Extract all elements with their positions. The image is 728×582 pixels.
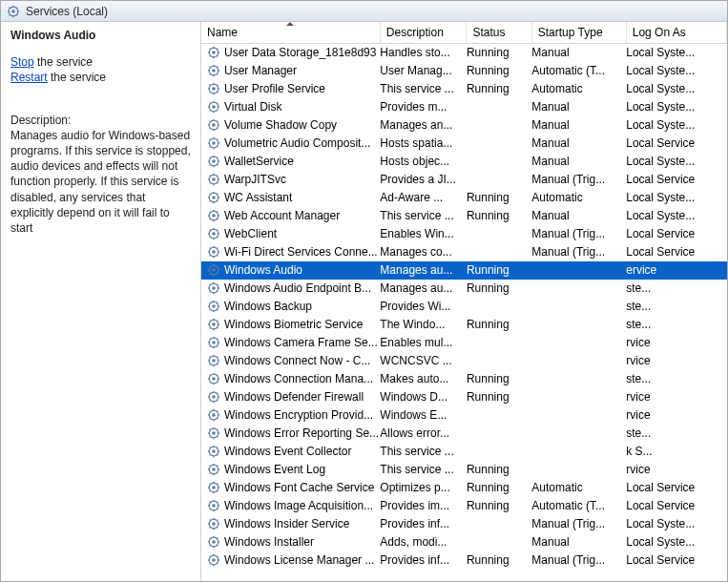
service-description: Handles sto... [380,44,467,62]
service-startup: Manual [531,44,626,62]
service-description: Manages au... [380,280,467,298]
service-row[interactable]: Windows Font Cache ServiceOptimizes p...… [201,479,727,497]
service-description: This service ... [380,80,467,98]
service-description: The Windo... [380,316,467,334]
service-name: WalletService [224,155,294,168]
gear-icon [207,136,220,150]
service-name: Windows Audio [224,263,302,277]
service-startup: Automatic (T... [531,62,626,80]
service-status: Running [467,388,531,406]
col-status[interactable]: Status [467,22,531,44]
service-logon: Local Service [626,551,726,570]
service-description: Hosts spatia... [380,135,467,153]
stop-service-link[interactable]: Stop [10,55,34,69]
service-name: WebClient [224,227,277,240]
service-row[interactable]: User Data Storage_181e8d93Handles sto...… [201,44,727,62]
service-logon: ste... [626,425,726,443]
service-row[interactable]: WarpJITSvcProvides a JI...Manual (Trig..… [201,171,727,189]
service-name: Web Account Manager [224,209,340,222]
service-startup [531,280,626,298]
gear-icon [207,390,220,404]
col-description[interactable]: Description [380,22,467,44]
service-row[interactable]: Windows Biometric ServiceThe Windo...Run… [201,316,727,334]
service-status: Running [467,461,531,479]
service-row[interactable]: Volume Shadow CopyManages an...ManualLoc… [201,116,727,135]
service-name: Volumetric Audio Composit... [224,136,370,150]
service-name: Windows Encryption Provid... [224,408,373,422]
gear-icon [207,517,220,530]
service-row[interactable]: Volumetric Audio Composit...Hosts spatia… [201,135,727,153]
service-status: Running [467,370,531,388]
service-row[interactable]: WalletServiceHosts objec...ManualLocal S… [201,153,727,171]
service-row[interactable]: User ManagerUser Manag...RunningAutomati… [201,62,727,80]
service-status: Running [467,280,531,298]
service-name: Wi-Fi Direct Services Conne... [224,245,378,259]
service-row[interactable]: Web Account ManagerThis service ...Runni… [201,207,727,225]
selected-service-name: Windows Audio [10,28,191,43]
gear-icon [207,281,220,295]
service-row[interactable]: Windows License Manager ...Provides inf.… [201,551,727,570]
service-logon: rvice [626,461,726,479]
service-name: WC Assistant [224,191,292,204]
service-logon: ste... [626,370,726,388]
service-startup: Automatic [531,189,626,207]
services-list[interactable]: Name Description Status Startup Type Log… [201,22,727,582]
col-name[interactable]: Name [201,22,380,44]
service-description: Makes auto... [380,370,467,388]
service-row[interactable]: Windows Connect Now - C...WCNCSVC ...rvi… [201,352,727,370]
service-startup: Automatic (T... [531,497,626,515]
service-status: Running [467,497,531,515]
sort-ascending-icon [286,22,294,26]
service-row[interactable]: Windows Event CollectorThis service ...k… [201,443,727,461]
service-logon: k S... [626,443,726,461]
restart-service-link[interactable]: Restart [10,71,48,84]
service-row[interactable]: Windows AudioManages au...Runningervice [201,261,727,280]
service-row[interactable]: Windows Encryption Provid...Windows E...… [201,406,727,425]
service-row[interactable]: Windows Camera Frame Se...Enables mul...… [201,334,727,352]
gear-icon [207,318,220,331]
service-row[interactable]: Windows Defender FirewallWindows D...Run… [201,388,727,406]
service-row[interactable]: WC AssistantAd-Aware ...RunningAutomatic… [201,189,727,207]
service-startup [531,406,626,425]
service-startup [531,370,626,388]
service-status: Running [467,551,531,570]
service-row[interactable]: Windows BackupProvides Wi...ste... [201,298,727,316]
service-row[interactable]: Windows InstallerAdds, modi...ManualLoca… [201,533,727,551]
service-logon: Local Service [626,479,726,497]
service-logon: rvice [626,334,726,352]
column-headers[interactable]: Name Description Status Startup Type Log… [201,22,727,44]
col-startup-type[interactable]: Startup Type [531,22,626,44]
service-name: Virtual Disk [224,100,281,114]
service-row[interactable]: User Profile ServiceThis service ...Runn… [201,80,727,98]
service-startup: Manual (Trig... [531,515,626,533]
gear-icon [207,481,220,494]
service-row[interactable]: Windows Error Reporting Se...Allows erro… [201,425,727,443]
service-startup [531,261,626,280]
service-description: Optimizes p... [380,479,467,497]
service-row[interactable]: Windows Event LogThis service ...Running… [201,461,727,479]
service-row[interactable]: Windows Audio Endpoint B...Manages au...… [201,280,727,298]
gear-icon [207,535,220,549]
service-description: Enables Win... [380,225,467,243]
service-logon: Local Syste... [626,533,726,551]
service-name: WarpJITSvc [224,173,286,186]
service-row[interactable]: Virtual DiskProvides m...ManualLocal Sys… [201,98,727,116]
service-logon: Local Service [626,243,726,261]
gear-icon [207,155,220,168]
service-description: Provides Wi... [380,298,467,316]
service-row[interactable]: Windows Image Acquisition...Provides im.… [201,497,727,515]
service-status [467,298,531,316]
service-name: Windows License Manager ... [224,553,374,567]
gear-icon [207,82,220,95]
service-row[interactable]: WebClientEnables Win...Manual (Trig...Lo… [201,225,727,243]
service-row[interactable]: Windows Insider ServiceProvides inf...Ma… [201,515,727,533]
col-log-on-as[interactable]: Log On As [626,22,726,44]
services-icon [7,5,20,18]
service-row[interactable]: Wi-Fi Direct Services Conne...Manages co… [201,243,727,261]
service-startup: Manual (Trig... [531,551,626,570]
service-row[interactable]: Windows Connection Mana...Makes auto...R… [201,370,727,388]
gear-icon [207,426,220,440]
service-description: Enables mul... [380,334,467,352]
service-status: Running [467,316,531,334]
gear-icon [207,408,220,422]
